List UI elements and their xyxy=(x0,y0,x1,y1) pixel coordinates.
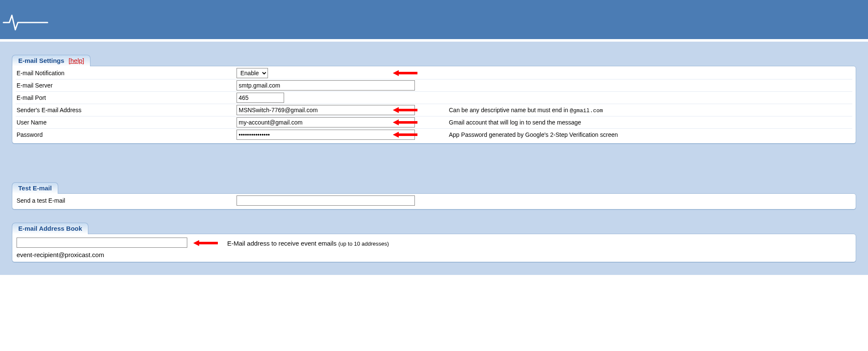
row-user-name: User Name Gmail account that will log in… xyxy=(16,116,852,129)
annotation-user: Gmail account that will log in to send t… xyxy=(449,119,581,126)
label-password: Password xyxy=(16,131,237,138)
row-password: Password App Password generated by Googl… xyxy=(16,129,852,141)
tab-email-settings[interactable]: E-mail Settings [help] xyxy=(12,55,90,66)
tab-address-book[interactable]: E-mail Address Book xyxy=(12,223,88,234)
annotation-password: App Password generated by Google's 2-Ste… xyxy=(449,131,618,138)
email-server-input[interactable] xyxy=(237,80,415,91)
email-notification-select[interactable]: Enable xyxy=(237,68,268,78)
row-send-test: Send a test E-mail xyxy=(16,195,852,207)
row-sender-email: Sender's E-mail Address Can be any descr… xyxy=(16,104,852,116)
label-email-port: E-mail Port xyxy=(16,94,237,101)
label-sender-email: Sender's E-mail Address xyxy=(16,107,237,113)
panel-address-book: E-Mail address to receive event emails (… xyxy=(12,234,856,262)
row-new-address: E-Mail address to receive event emails (… xyxy=(17,238,852,248)
label-user-name: User Name xyxy=(16,119,237,126)
heartbeat-logo-icon xyxy=(3,12,49,33)
existing-address-1: event-recipient@proxicast.com xyxy=(16,250,852,259)
arrow-icon xyxy=(393,70,417,76)
header-bar xyxy=(0,0,868,39)
tab-address-book-title: E-mail Address Book xyxy=(18,225,82,232)
email-port-input[interactable] xyxy=(237,93,284,103)
row-email-port: E-mail Port xyxy=(16,92,852,104)
label-email-server: E-mail Server xyxy=(16,82,237,89)
arrow-icon xyxy=(393,119,417,125)
panel-test-email: Send a test E-mail xyxy=(12,193,856,209)
arrow-icon xyxy=(193,240,218,246)
send-test-input[interactable] xyxy=(237,195,415,206)
row-email-notification: E-mail Notification Enable xyxy=(16,67,852,79)
content-area: E-mail Settings [help] E-mail Notificati… xyxy=(0,42,868,275)
row-email-server: E-mail Server xyxy=(16,79,852,92)
sender-email-input[interactable] xyxy=(237,105,415,115)
password-input[interactable] xyxy=(237,130,415,140)
annotation-address: E-Mail address to receive event emails (… xyxy=(227,240,389,247)
label-email-notification: E-mail Notification xyxy=(16,70,237,76)
arrow-icon xyxy=(393,107,417,113)
tab-email-settings-title: E-mail Settings xyxy=(18,57,64,64)
label-send-test: Send a test E-mail xyxy=(16,197,237,204)
panel-email-settings: E-mail Notification Enable E-mail Server xyxy=(12,66,856,144)
tab-test-email-title: Test E-mail xyxy=(18,184,52,192)
new-address-input[interactable] xyxy=(17,238,187,248)
help-link[interactable]: [help] xyxy=(69,57,85,64)
annotation-sender: Can be any descriptive name but must end… xyxy=(449,107,603,113)
arrow-icon xyxy=(393,132,417,138)
user-name-input[interactable] xyxy=(237,117,415,127)
tab-test-email[interactable]: Test E-mail xyxy=(12,182,58,194)
